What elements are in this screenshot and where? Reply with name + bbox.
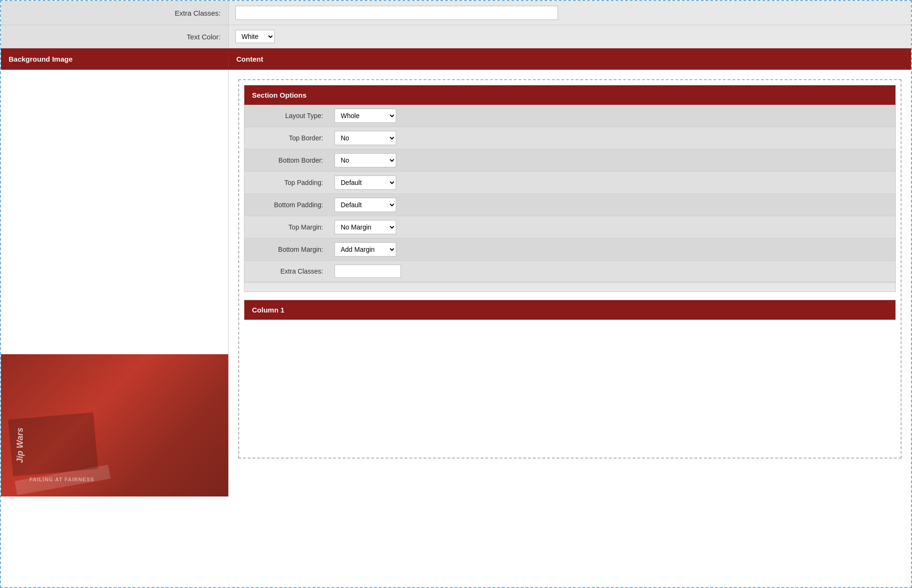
section-options-panel: Section Options Layout Type: Whole Two C… bbox=[244, 85, 896, 292]
page-wrapper: Extra Classes: Text Color: White Black D… bbox=[0, 0, 912, 588]
top-border-input-cell: No Yes bbox=[330, 127, 872, 149]
extra-classes-input[interactable] bbox=[235, 6, 558, 20]
column1-panel: Column 1 bbox=[244, 300, 896, 320]
bottom-border-input-cell: No Yes bbox=[330, 149, 872, 171]
panel-spacer bbox=[244, 282, 895, 292]
section-options-header: Section Options bbox=[244, 85, 895, 105]
section-headers-row: Background Image Content bbox=[1, 48, 911, 70]
top-border-row: Top Border: No Yes bbox=[244, 127, 895, 149]
bottom-border-label: Bottom Border: bbox=[244, 151, 330, 169]
inner-extra-classes-input-cell bbox=[330, 261, 872, 282]
main-content-area: Jip Wars FAILING AT FAIRNESS Section Opt… bbox=[1, 70, 911, 496]
inner-extra-classes-row: Extra Classes: bbox=[244, 261, 895, 282]
top-padding-row: Top Padding: Default None Small Large bbox=[244, 172, 895, 194]
background-image-panel: Jip Wars FAILING AT FAIRNESS bbox=[1, 70, 229, 496]
top-margin-label: Top Margin: bbox=[244, 218, 330, 236]
top-padding-select[interactable]: Default None Small Large bbox=[335, 175, 396, 190]
content-header: Content bbox=[229, 48, 911, 70]
layout-type-input-cell: Whole Two Column Three Column bbox=[330, 105, 872, 127]
bottom-margin-label: Bottom Margin: bbox=[244, 240, 330, 258]
book-title-text: Jip Wars bbox=[15, 428, 25, 463]
top-margin-select[interactable]: No Margin Add Margin bbox=[335, 220, 396, 234]
top-margin-input-cell: No Margin Add Margin bbox=[330, 216, 872, 238]
section-options-body: Layout Type: Whole Two Column Three Colu… bbox=[244, 105, 895, 282]
top-border-select[interactable]: No Yes bbox=[335, 131, 396, 145]
book-subtitle-text: FAILING AT FAIRNESS bbox=[29, 477, 94, 482]
extra-classes-label: Extra Classes: bbox=[1, 1, 229, 25]
inner-extra-classes-input[interactable] bbox=[335, 265, 401, 278]
extra-classes-row: Extra Classes: bbox=[1, 1, 911, 25]
book-decoration bbox=[1, 354, 228, 496]
bottom-margin-select[interactable]: Add Margin No Margin bbox=[335, 242, 396, 257]
text-color-row: Text Color: White Black Default bbox=[1, 25, 911, 48]
top-padding-input-cell: Default None Small Large bbox=[330, 172, 872, 193]
layout-type-select[interactable]: Whole Two Column Three Column bbox=[335, 109, 396, 123]
content-panel: Section Options Layout Type: Whole Two C… bbox=[229, 70, 911, 496]
bottom-margin-input-cell: Add Margin No Margin bbox=[330, 239, 872, 260]
top-padding-label: Top Padding: bbox=[244, 174, 330, 192]
extra-classes-input-cell bbox=[229, 1, 911, 25]
layout-type-label: Layout Type: bbox=[244, 107, 330, 125]
bottom-padding-label: Bottom Padding: bbox=[244, 196, 330, 214]
bottom-padding-row: Bottom Padding: Default None Small Large bbox=[244, 194, 895, 216]
top-margin-row: Top Margin: No Margin Add Margin bbox=[244, 216, 895, 239]
inner-extra-classes-label: Extra Classes: bbox=[244, 262, 330, 280]
text-color-select[interactable]: White Black Default bbox=[235, 30, 275, 43]
bottom-padding-input-cell: Default None Small Large bbox=[330, 194, 872, 216]
column1-header: Column 1 bbox=[244, 300, 895, 320]
books-image: Jip Wars FAILING AT FAIRNESS bbox=[1, 354, 228, 496]
background-image-preview: Jip Wars FAILING AT FAIRNESS bbox=[1, 354, 228, 496]
bottom-margin-row: Bottom Margin: Add Margin No Margin bbox=[244, 239, 895, 261]
content-dashed-area: Section Options Layout Type: Whole Two C… bbox=[238, 79, 902, 459]
top-border-label: Top Border: bbox=[244, 129, 330, 147]
layout-type-row: Layout Type: Whole Two Column Three Colu… bbox=[244, 105, 895, 127]
background-image-header: Background Image bbox=[1, 48, 229, 70]
bottom-padding-select[interactable]: Default None Small Large bbox=[335, 198, 396, 212]
bottom-border-select[interactable]: No Yes bbox=[335, 153, 396, 167]
text-color-label: Text Color: bbox=[1, 25, 229, 48]
bottom-border-row: Bottom Border: No Yes bbox=[244, 149, 895, 172]
text-color-input-cell: White Black Default bbox=[229, 25, 911, 48]
